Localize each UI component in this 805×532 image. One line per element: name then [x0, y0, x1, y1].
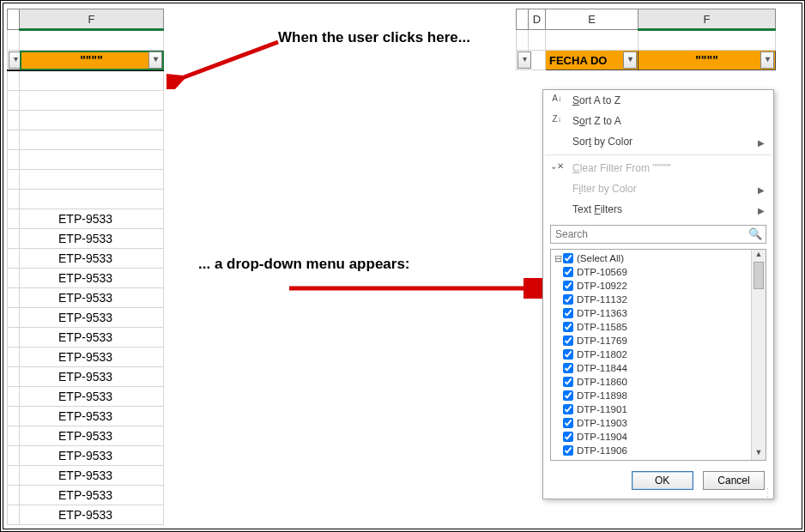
filter-value-checkbox-label[interactable]: DTP-11844 [563, 363, 627, 374]
filter-value-checkbox[interactable] [563, 336, 573, 346]
tree-scrollbar[interactable]: ▲ ▼ [751, 250, 766, 460]
filter-value-checkbox-label[interactable]: DTP-10569 [563, 267, 627, 278]
filter-value-checkbox[interactable] [563, 390, 573, 401]
right-cell[interactable] [517, 30, 529, 51]
left-data-cell[interactable]: ETP-9533 [20, 387, 164, 407]
filter-value-checkbox[interactable] [563, 418, 573, 428]
scrollbar-down-icon[interactable]: ▼ [752, 448, 766, 460]
left-data-cell[interactable]: ETP-9533 [20, 466, 164, 486]
filter-value-checkbox-label[interactable]: DTP-11901 [563, 404, 627, 415]
left-cell-spacer[interactable] [20, 30, 164, 51]
autofilter-dropdown-icon[interactable]: ▾ [518, 51, 531, 69]
filter-value-checkbox[interactable] [563, 432, 573, 442]
filter-value-checkbox[interactable] [563, 363, 573, 373]
left-data-cell[interactable]: ETP-9533 [20, 426, 164, 446]
menu-sort-az[interactable]: A↓ Sort A to Z [543, 90, 773, 111]
filter-value-checkbox-label[interactable]: DTP-11904 [563, 432, 627, 443]
left-autofilter-stub[interactable]: ▾ [8, 51, 20, 71]
left-cell[interactable] [8, 407, 20, 426]
filter-value-row[interactable]: ··DTP-11904 [553, 430, 750, 444]
left-data-cell[interactable]: ETP-9533 [20, 348, 164, 367]
left-cell[interactable] [8, 249, 20, 269]
filter-value-checkbox-label[interactable]: DTP-11903 [563, 418, 627, 429]
tree-expand-icon[interactable]: ⊟ [553, 253, 563, 264]
left-row-spacer[interactable] [8, 30, 20, 51]
filter-value-row[interactable]: ··DTP-11860 [553, 375, 750, 389]
menu-sort-by-color[interactable]: Sort by Color ▶ [543, 131, 773, 152]
right-filter-header-e[interactable]: FECHA DO ▾ [546, 51, 639, 70]
left-cell[interactable] [8, 190, 20, 209]
filter-search-input[interactable] [550, 225, 766, 244]
left-cell[interactable] [8, 229, 20, 249]
menu-text-filters[interactable]: Text Filters ▶ [543, 199, 773, 220]
left-cell[interactable] [20, 91, 164, 111]
scrollbar-up-icon[interactable]: ▲ [752, 250, 766, 262]
autofilter-dropdown-icon[interactable]: ▾ [623, 51, 637, 69]
left-cell[interactable] [8, 426, 20, 446]
filter-value-checkbox-label[interactable]: DTP-11860 [563, 377, 627, 388]
filter-value-checkbox[interactable] [563, 377, 573, 387]
filter-value-checkbox-label[interactable]: (Select All) [563, 253, 624, 264]
filter-value-row[interactable]: ··DTP-11903 [553, 416, 750, 430]
filter-value-checkbox[interactable] [563, 253, 573, 263]
left-data-cell[interactable]: ETP-9533 [20, 407, 164, 426]
left-cell[interactable] [8, 486, 20, 505]
left-filter-header[interactable]: """" ▾ [20, 51, 164, 71]
right-col-header-d[interactable]: D [529, 9, 546, 30]
filter-value-checkbox[interactable] [563, 294, 573, 305]
left-cell[interactable] [8, 308, 20, 328]
left-cell[interactable] [8, 269, 20, 288]
filter-value-row[interactable]: ··DTP-11901 [553, 402, 750, 416]
right-cell[interactable] [529, 30, 546, 51]
left-cell[interactable] [8, 209, 20, 229]
filter-value-row[interactable]: ··DTP-10922 [553, 279, 750, 293]
right-col-header-e[interactable]: E [546, 9, 639, 30]
left-cell[interactable] [8, 446, 20, 466]
right-cell[interactable] [639, 30, 776, 51]
left-cell[interactable] [8, 130, 20, 150]
left-cell[interactable] [8, 367, 20, 387]
filter-value-checkbox-label[interactable]: DTP-11898 [563, 390, 627, 402]
left-data-cell[interactable]: ETP-9533 [20, 486, 164, 505]
left-divider-a[interactable] [8, 70, 20, 91]
filter-value-row[interactable]: ··DTP-11906 [553, 444, 750, 457]
filter-value-checkbox-label[interactable]: DTP-10922 [563, 281, 627, 292]
filter-value-row[interactable]: ··DTP-11802 [553, 348, 750, 361]
left-cell[interactable] [8, 505, 20, 525]
left-cell[interactable] [8, 466, 20, 486]
left-data-cell[interactable]: ETP-9533 [20, 328, 164, 348]
filter-value-row[interactable]: ··DTP-11363 [553, 306, 750, 320]
cancel-button[interactable]: Cancel [703, 471, 765, 490]
left-divider-b[interactable] [20, 70, 164, 91]
left-col-header-f[interactable]: F [20, 9, 164, 30]
filter-value-checkbox-label[interactable]: DTP-11363 [563, 308, 627, 319]
filter-value-checkbox-label[interactable]: DTP-11906 [563, 445, 627, 456]
right-autofilter-stub[interactable]: ▾ [517, 51, 529, 70]
right-filter-header-f[interactable]: """" ▾ [639, 51, 776, 70]
filter-value-checkbox[interactable] [563, 322, 573, 332]
left-cell[interactable] [20, 170, 164, 190]
left-data-cell[interactable]: ETP-9533 [20, 308, 164, 328]
scrollbar-thumb[interactable] [754, 262, 764, 289]
filter-value-checkbox[interactable] [563, 281, 573, 291]
menu-sort-za[interactable]: Z↓ Sort Z to A [543, 111, 773, 131]
filter-value-row[interactable]: ··DTP-11132 [553, 293, 750, 306]
left-data-cell[interactable]: ETP-9533 [20, 269, 164, 288]
filter-value-checkbox-label[interactable]: DTP-11132 [563, 294, 627, 305]
autofilter-dropdown-icon[interactable]: ▾ [148, 51, 162, 69]
left-cell[interactable] [20, 190, 164, 209]
filter-value-checkbox[interactable] [563, 445, 573, 456]
left-cell[interactable] [8, 111, 20, 130]
filter-value-row[interactable]: ··DTP-11585 [553, 320, 750, 334]
left-cell[interactable] [8, 348, 20, 367]
left-data-cell[interactable]: ETP-9533 [20, 229, 164, 249]
filter-value-checkbox[interactable] [563, 267, 573, 277]
ok-button[interactable]: OK [632, 471, 693, 490]
left-data-cell[interactable]: ETP-9533 [20, 209, 164, 229]
left-data-cell[interactable]: ETP-9533 [20, 249, 164, 269]
filter-value-row[interactable]: ··DTP-10569 [553, 265, 750, 279]
filter-value-row[interactable]: ··DTP-11844 [553, 361, 750, 375]
left-cell[interactable] [8, 150, 20, 170]
left-data-cell[interactable]: ETP-9533 [20, 446, 164, 466]
left-data-cell[interactable]: ETP-9533 [20, 288, 164, 308]
